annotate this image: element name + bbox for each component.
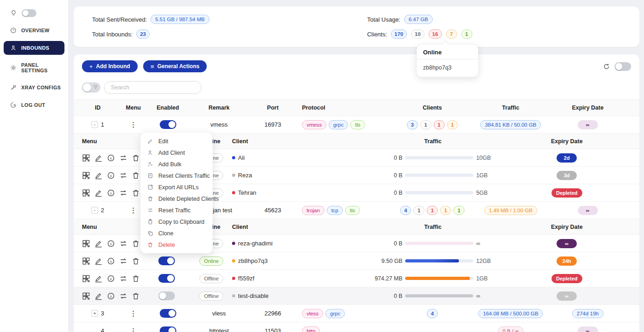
col-menu: Menu <box>122 105 145 111</box>
client-count-badge: 1 <box>427 206 438 215</box>
client-dot <box>232 156 235 159</box>
reset-client-traffic-icon[interactable] <box>119 171 128 180</box>
general-actions-button[interactable]: ≡ General Actions <box>143 60 207 72</box>
client-enabled-toggle[interactable] <box>158 256 175 265</box>
info-icon[interactable] <box>107 274 115 283</box>
reset-client-traffic-icon[interactable] <box>119 239 128 248</box>
reset-client-traffic-icon[interactable] <box>119 274 128 283</box>
traffic-badge: 0 B / ∞ <box>498 326 523 332</box>
status-badge: Offline <box>199 291 223 301</box>
delete-client-icon[interactable] <box>132 274 140 283</box>
menu-item-delete-depleted-clients[interactable]: Delete Depleted Clients <box>140 193 213 204</box>
inbound-row: -1 ⋮ vmess 16973 vmess grpc tls 3 1 1 1 … <box>74 116 639 134</box>
auto-refresh-toggle[interactable] <box>615 62 631 71</box>
expiry-badge: ∞ <box>557 291 577 301</box>
qrcode-icon[interactable] <box>82 274 90 283</box>
inbound-id: 1 <box>101 121 104 128</box>
collapse-button[interactable]: - <box>91 207 98 214</box>
menu-item-add-bulk[interactable]: Add Bulk <box>140 158 213 170</box>
row-menu-button[interactable]: ⋮ <box>130 327 137 332</box>
refresh-icon[interactable] <box>603 63 610 70</box>
inbound-port: 16973 <box>247 121 298 128</box>
edit-client-icon[interactable] <box>94 189 103 197</box>
clients-deactive-badge[interactable]: 10 <box>411 29 424 39</box>
menu-item-copy-to-clipboard[interactable]: Copy to Clipboard <box>140 216 213 227</box>
menu-item-edit[interactable]: Edit <box>140 135 213 147</box>
traffic-bar <box>405 277 473 280</box>
info-icon[interactable] <box>107 257 115 265</box>
qrcode-icon[interactable] <box>82 171 90 180</box>
inbound-remark: vless <box>191 310 247 317</box>
client-count-badge: 1 <box>434 120 445 129</box>
sidebar-item-panel-settings[interactable]: PANEL SETTINGS <box>4 58 64 77</box>
row-menu-button[interactable]: ⋮ <box>130 207 137 214</box>
qrcode-icon[interactable] <box>82 189 90 197</box>
menu-item-add-client[interactable]: Add Client <box>140 147 213 158</box>
edit-client-icon[interactable] <box>94 171 103 180</box>
reset-client-traffic-icon[interactable] <box>119 154 128 162</box>
row-menu-button[interactable]: ⋮ <box>130 121 137 128</box>
inbound-enabled-toggle[interactable] <box>160 309 176 318</box>
search-input[interactable] <box>104 81 202 94</box>
traffic-total: 12GB <box>476 258 502 264</box>
info-icon[interactable] <box>107 292 115 300</box>
info-icon[interactable] <box>107 171 115 180</box>
protocol-badge: tcp <box>327 206 343 215</box>
sidebar-item-xray-configs[interactable]: XRAY CONFIGS <box>4 81 64 94</box>
delete-client-icon[interactable] <box>132 292 140 300</box>
inbound-enabled-toggle[interactable] <box>160 326 176 332</box>
expand-button[interactable]: + <box>91 310 98 317</box>
client-enabled-toggle[interactable] <box>158 291 175 300</box>
info-icon[interactable] <box>107 239 115 248</box>
client-count-badge: 1 <box>447 120 458 129</box>
menu-item-reset-traffic[interactable]: Reset Traffic <box>140 204 213 216</box>
edit-client-icon[interactable] <box>94 239 103 248</box>
delete-client-icon[interactable] <box>132 189 140 197</box>
row-menu-button[interactable]: ⋮ <box>130 310 137 317</box>
qrcode-icon[interactable] <box>82 257 90 265</box>
clients-online-badge[interactable]: 1 <box>461 29 472 39</box>
client-row: Online zb8hpo7q3 9.50 GB12GB 24h <box>74 252 639 270</box>
delete-client-icon[interactable] <box>132 171 140 180</box>
reset-client-traffic-icon[interactable] <box>119 292 128 300</box>
context-menu: Edit Add Client Add Bulk Reset Clients T… <box>140 133 213 253</box>
delete-client-icon[interactable] <box>132 239 140 248</box>
menu-item-export-all-urls[interactable]: Export All URLs <box>140 181 213 193</box>
traffic-total: 10GB <box>476 155 502 161</box>
menu-item-reset-clients-traffic[interactable]: Reset Clients Traffic <box>140 170 213 181</box>
menu-item-clone[interactable]: Clone <box>140 227 213 239</box>
add-inbound-button[interactable]: + Add Inbound <box>82 60 138 72</box>
reset-client-traffic-icon[interactable] <box>119 189 128 197</box>
menu-item-delete[interactable]: Delete <box>140 239 213 250</box>
theme-toggle[interactable] <box>22 9 36 17</box>
delete-client-icon[interactable] <box>132 257 140 265</box>
info-icon[interactable] <box>107 189 115 197</box>
total-inbounds-label: Total Inbounds: <box>92 31 133 38</box>
inbound-enabled-toggle[interactable] <box>160 120 176 129</box>
collapse-button[interactable]: - <box>91 121 98 128</box>
inbound-port: 11503 <box>247 327 298 332</box>
info-icon[interactable] <box>107 154 115 162</box>
sidebar-item-overview[interactable]: OVERVIEW <box>4 23 64 37</box>
edit-client-icon[interactable] <box>94 154 103 162</box>
reset-client-traffic-icon[interactable] <box>119 257 128 265</box>
sidebar-item-inbounds[interactable]: INBOUNDS <box>4 41 64 55</box>
clients-depleted-badge[interactable]: 16 <box>429 29 442 39</box>
client-enabled-toggle[interactable] <box>158 274 175 283</box>
traffic-badge: 164.08 MB / 500.00 GB <box>478 309 543 318</box>
export-icon <box>147 184 153 190</box>
qrcode-icon[interactable] <box>82 292 90 300</box>
traffic-total: ∞ <box>476 240 502 247</box>
clients-total-badge[interactable]: 170 <box>391 29 407 39</box>
clients-expiring-badge[interactable]: 7 <box>446 29 457 39</box>
edit-client-icon[interactable] <box>94 292 103 300</box>
protocol-badge: trojan <box>302 206 325 215</box>
filter-toggle[interactable] <box>82 82 100 93</box>
sidebar-item-logout[interactable]: LOG OUT <box>4 98 64 112</box>
edit-client-icon[interactable] <box>94 274 103 283</box>
inbound-port: 22966 <box>247 310 298 317</box>
qrcode-icon[interactable] <box>82 154 90 162</box>
delete-client-icon[interactable] <box>132 154 140 162</box>
edit-client-icon[interactable] <box>94 257 103 265</box>
qrcode-icon[interactable] <box>82 239 90 248</box>
